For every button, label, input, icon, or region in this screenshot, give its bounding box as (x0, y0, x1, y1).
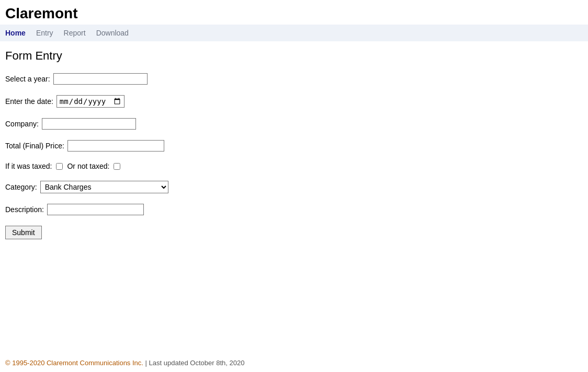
description-row: Description: (5, 204, 583, 215)
company-row: Company: (5, 118, 583, 130)
footer-last-updated: Last updated October 8th, 2020 (149, 359, 245, 367)
category-row: Category: Bank Charges Office Supplies T… (5, 181, 583, 193)
tax-row: If it was taxed: Or not taxed: (5, 162, 583, 170)
taxed-checkbox[interactable] (56, 163, 63, 170)
not-taxed-checkbox-group (114, 163, 120, 170)
category-select[interactable]: Bank Charges Office Supplies Travel Meal… (40, 181, 168, 193)
price-input[interactable] (67, 140, 164, 152)
company-input[interactable] (42, 118, 136, 130)
main-content: Form Entry Select a year: Enter the date… (0, 41, 588, 354)
not-taxed-label: Or not taxed: (67, 162, 109, 170)
nav-home[interactable]: Home (5, 29, 26, 37)
year-input[interactable] (53, 73, 148, 85)
submit-button[interactable]: Submit (5, 226, 42, 239)
nav-download[interactable]: Download (96, 29, 129, 37)
not-taxed-checkbox[interactable] (114, 163, 120, 170)
date-row: Enter the date: (5, 95, 583, 108)
description-input[interactable] (47, 204, 144, 215)
category-label: Category: (5, 183, 37, 191)
description-label: Description: (5, 205, 44, 214)
year-label: Select a year: (5, 75, 50, 83)
company-label: Company: (5, 120, 39, 128)
page-title: Form Entry (5, 49, 583, 63)
app-title: Claremont (0, 0, 588, 25)
footer-copyright-link[interactable]: © 1995-2020 Claremont Communications Inc… (5, 359, 143, 367)
nav-report[interactable]: Report (64, 29, 86, 37)
date-input[interactable] (56, 95, 125, 108)
taxed-checkbox-group (56, 163, 63, 170)
date-label: Enter the date: (5, 97, 53, 106)
footer-separator: | (145, 359, 149, 367)
price-label: Total (Final) Price: (5, 142, 64, 150)
submit-row: Submit (5, 226, 583, 239)
taxed-label: If it was taxed: (5, 162, 52, 170)
navigation: Home Entry Report Download (0, 25, 588, 41)
price-row: Total (Final) Price: (5, 140, 583, 152)
nav-entry[interactable]: Entry (36, 29, 53, 37)
footer: © 1995-2020 Claremont Communications Inc… (0, 354, 588, 372)
year-row: Select a year: (5, 73, 583, 85)
